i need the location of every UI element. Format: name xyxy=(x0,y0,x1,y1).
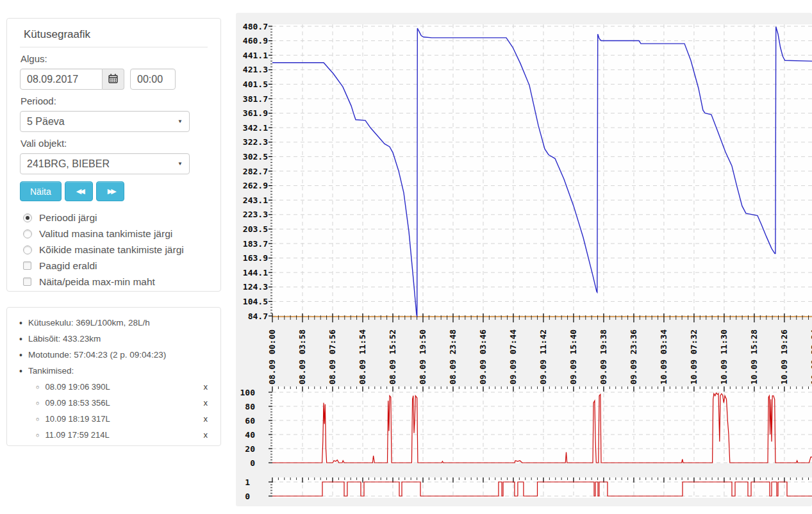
fast-forward-icon: ▶▶ xyxy=(108,187,115,195)
refuelings-list-label: • Tankimised: xyxy=(15,363,211,379)
svg-text:08.09 00:00: 08.09 00:00 xyxy=(267,329,277,385)
svg-text:203.5: 203.5 xyxy=(243,224,268,234)
radio-label: Perioodi järgi xyxy=(39,212,97,224)
svg-text:10.09 23:24: 10.09 23:24 xyxy=(809,329,812,385)
previous-period-button[interactable]: ◀◀ xyxy=(65,181,93,201)
radio-label: Valitud masina tankimiste järgi xyxy=(39,228,172,240)
refueling-item: ○ 10.09 18:19 317L x xyxy=(15,411,211,427)
bullet-icon: • xyxy=(19,366,22,376)
object-select-value: 241BRG, BIEBER xyxy=(27,158,110,170)
svg-text:08.09 19:50: 08.09 19:50 xyxy=(418,329,427,385)
remove-refueling-button[interactable]: x xyxy=(204,382,208,392)
svg-text:10.09 07:32: 10.09 07:32 xyxy=(689,329,699,385)
svg-text:144.1: 144.1 xyxy=(243,268,268,278)
chevron-down-icon: ▼ xyxy=(178,161,183,167)
checkbox-option-tanks-separately[interactable]: Paagid eraldi xyxy=(20,258,208,274)
remove-refueling-button[interactable]: x xyxy=(204,414,208,424)
stat-text: Tankimised: xyxy=(28,366,74,376)
divider xyxy=(20,47,208,47)
object-label: Vali objekt: xyxy=(21,138,208,149)
svg-text:08.09 07:56: 08.09 07:56 xyxy=(327,329,337,385)
svg-text:282.7: 282.7 xyxy=(243,167,268,176)
svg-text:08.09 23:48: 08.09 23:48 xyxy=(448,329,458,385)
svg-text:1: 1 xyxy=(245,477,250,487)
fuel-chart-region: 480.7460.9441.1421.3401.5381.7361.9342.1… xyxy=(236,13,812,506)
svg-text:20: 20 xyxy=(245,444,255,454)
svg-text:10.09 11:30: 10.09 11:30 xyxy=(719,329,729,385)
page-title: Kütusegraafik xyxy=(24,28,208,41)
start-time-input[interactable] xyxy=(130,69,176,90)
svg-text:09.09 11:42: 09.09 11:42 xyxy=(538,329,548,385)
refueling-item: ○ 11.09 17:59 214L x xyxy=(15,427,211,443)
next-period-button[interactable]: ▶▶ xyxy=(96,181,124,201)
svg-text:302.5: 302.5 xyxy=(243,152,268,162)
svg-text:441.1: 441.1 xyxy=(243,51,268,60)
period-label: Periood: xyxy=(21,95,208,106)
svg-text:80: 80 xyxy=(245,402,255,411)
radio-option-all-machines-refuelings[interactable]: Kõikide masinate tankimiste järgi xyxy=(20,242,208,258)
stat-distance: • Läbisõit: 433.23km xyxy=(15,331,211,347)
svg-text:10.09 03:34: 10.09 03:34 xyxy=(659,329,668,385)
radio-label: Kõikide masinate tankimiste järgi xyxy=(39,244,184,256)
svg-text:183.7: 183.7 xyxy=(243,239,268,249)
svg-text:100: 100 xyxy=(240,388,256,397)
svg-text:243.1: 243.1 xyxy=(243,195,268,205)
refueling-text: 11.09 17:59 214L xyxy=(45,430,109,440)
svg-text:09.09 15:40: 09.09 15:40 xyxy=(568,329,578,385)
calendar-icon xyxy=(108,74,118,85)
remove-refueling-button[interactable]: x xyxy=(204,398,208,408)
svg-text:0: 0 xyxy=(250,458,255,468)
radio-button[interactable] xyxy=(23,245,32,254)
bullet-icon: • xyxy=(19,334,22,344)
circle-bullet-icon: ○ xyxy=(36,432,39,438)
svg-text:09.09 19:38: 09.09 19:38 xyxy=(599,329,608,385)
stat-engine-hours: • Mototunde: 57:04:23 (2 p. 09:04:23) xyxy=(15,347,211,363)
object-select[interactable]: 241BRG, BIEBER ▼ xyxy=(20,153,190,174)
circle-bullet-icon: ○ xyxy=(36,400,39,406)
start-label: Algus: xyxy=(21,53,208,64)
circle-bullet-icon: ○ xyxy=(36,384,39,390)
svg-text:163.9: 163.9 xyxy=(243,253,268,263)
speed-chart: 100806040200 xyxy=(240,386,812,468)
svg-text:84.7: 84.7 xyxy=(248,311,268,321)
svg-text:421.3: 421.3 xyxy=(243,65,268,74)
svg-text:0: 0 xyxy=(245,492,250,501)
radio-option-period[interactable]: Perioodi järgi xyxy=(20,210,208,226)
stat-text: Läbisõit: 433.23km xyxy=(28,334,101,344)
svg-text:09.09 03:46: 09.09 03:46 xyxy=(478,329,488,385)
svg-text:342.1: 342.1 xyxy=(243,123,268,133)
svg-text:480.7: 480.7 xyxy=(243,22,268,31)
svg-text:10.09 19:26: 10.09 19:26 xyxy=(779,329,789,385)
radio-button[interactable] xyxy=(23,229,32,238)
checkbox-label: Paagid eraldi xyxy=(39,260,97,272)
svg-text:401.5: 401.5 xyxy=(243,79,268,89)
remove-refueling-button[interactable]: x xyxy=(204,430,208,440)
svg-text:40: 40 xyxy=(245,430,255,440)
period-select-value: 5 Päeva xyxy=(27,116,65,128)
svg-text:08.09 15:52: 08.09 15:52 xyxy=(388,329,397,385)
start-date-input[interactable] xyxy=(20,69,103,90)
show-button[interactable]: Näita xyxy=(20,181,62,201)
checkbox[interactable] xyxy=(23,261,31,270)
circle-bullet-icon: ○ xyxy=(36,416,39,422)
svg-text:104.5: 104.5 xyxy=(243,297,268,306)
svg-text:09.09 07:44: 09.09 07:44 xyxy=(508,329,518,385)
svg-text:08.09 03:58: 08.09 03:58 xyxy=(297,329,307,385)
stat-text: Mototunde: 57:04:23 (2 p. 09:04:23) xyxy=(28,350,166,360)
refueling-text: 10.09 18:19 317L xyxy=(45,414,110,424)
refueling-item: ○ 08.09 19:06 390L x xyxy=(15,379,211,395)
period-select[interactable]: 5 Päeva ▼ xyxy=(20,111,190,132)
svg-text:124.3: 124.3 xyxy=(243,282,268,292)
radio-option-selected-machine-refuelings[interactable]: Valitud masina tankimiste järgi xyxy=(20,226,208,242)
checkbox[interactable] xyxy=(23,278,31,286)
svg-text:262.9: 262.9 xyxy=(243,181,268,190)
calendar-button[interactable] xyxy=(103,69,124,90)
radio-button[interactable] xyxy=(23,213,32,222)
stat-text: Kütusekulu: 369L/100km, 28L/h xyxy=(28,318,150,327)
checkbox-option-max-min-volume[interactable]: Näita/peida max-min maht xyxy=(20,274,208,290)
chevron-down-icon: ▼ xyxy=(178,119,183,124)
bullet-icon: • xyxy=(19,350,22,360)
svg-text:460.9: 460.9 xyxy=(243,36,268,46)
svg-text:08.09 11:54: 08.09 11:54 xyxy=(358,329,367,385)
svg-text:60: 60 xyxy=(245,416,255,426)
